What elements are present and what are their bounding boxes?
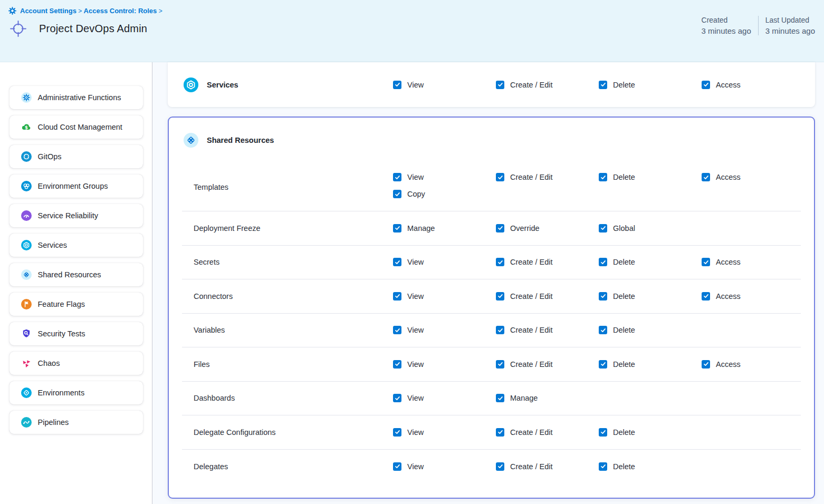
- row-label: Secrets: [182, 258, 393, 266]
- permission-delete[interactable]: Delete: [599, 292, 635, 301]
- permission-cell: View: [393, 360, 496, 369]
- sidebar-item-services[interactable]: Services: [9, 234, 143, 257]
- permission-cell: View: [393, 462, 496, 471]
- permission-view[interactable]: View: [393, 326, 424, 334]
- sidebar-item-environment-groups[interactable]: Environment Groups: [9, 175, 143, 198]
- permission-access[interactable]: Access: [702, 258, 741, 266]
- permission-manage[interactable]: Manage: [393, 224, 435, 232]
- resource-group-sidebar: Administrative Functions$Cloud Cost Mana…: [0, 62, 152, 504]
- permission-cell: Create / Edit: [496, 163, 599, 181]
- permission-manage[interactable]: Manage: [496, 394, 538, 402]
- permission-row-files: FilesViewCreate / EditDeleteAccess: [182, 347, 801, 382]
- permission-label: Create / Edit: [510, 173, 553, 181]
- permission-create-edit[interactable]: Create / Edit: [496, 428, 553, 437]
- permission-cell: Access: [702, 163, 801, 181]
- gitops-icon: [21, 151, 32, 162]
- permission-view[interactable]: View: [393, 428, 424, 437]
- sidebar-item-label: Environments: [38, 389, 85, 397]
- sidebar-item-chaos[interactable]: Chaos: [9, 352, 143, 375]
- permission-cell: View: [393, 326, 496, 334]
- permission-create-edit[interactable]: Create / Edit: [496, 292, 553, 301]
- permission-cell: View: [393, 292, 496, 301]
- sidebar-item-security-tests[interactable]: Security Tests: [9, 322, 143, 345]
- permission-access[interactable]: Access: [702, 292, 741, 301]
- permission-cell: Create / Edit: [496, 428, 599, 437]
- permission-delete[interactable]: Delete: [599, 428, 635, 437]
- checkbox-checked-icon: [393, 462, 401, 471]
- permission-delete[interactable]: Delete: [599, 173, 635, 181]
- permission-delete[interactable]: Delete: [599, 326, 635, 334]
- row-label: Templates: [182, 183, 393, 191]
- permission-label: Delete: [613, 428, 635, 437]
- sidebar-item-label: Chaos: [38, 359, 60, 367]
- permission-view[interactable]: View: [393, 173, 424, 181]
- permission-create-edit[interactable]: Create / Edit: [496, 326, 553, 334]
- permission-cell: ViewCopy: [393, 163, 496, 198]
- permission-label: Global: [613, 224, 635, 232]
- created-value: 3 minutes ago: [702, 26, 751, 35]
- permission-delete[interactable]: Delete: [599, 258, 635, 266]
- permission-label: View: [407, 258, 424, 266]
- permission-view[interactable]: View: [393, 81, 424, 89]
- sidebar-item-pipelines[interactable]: Pipelines: [9, 411, 143, 434]
- permission-cell: Create / Edit: [496, 258, 599, 266]
- sidebar-item-shared-resources[interactable]: Shared Resources: [9, 263, 143, 286]
- permission-cell: Create / Edit: [496, 292, 599, 301]
- svg-text:$: $: [25, 125, 28, 130]
- checkbox-checked-icon: [393, 394, 401, 402]
- permission-view[interactable]: View: [393, 462, 424, 471]
- permission-create-edit[interactable]: Create / Edit: [496, 81, 553, 89]
- permission-cell: Access: [702, 258, 801, 266]
- row-label: Deployment Freeze: [182, 224, 393, 232]
- permission-create-edit[interactable]: Create / Edit: [496, 360, 553, 369]
- last-updated-value: 3 minutes ago: [765, 26, 815, 35]
- sidebar-item-administrative-functions[interactable]: Administrative Functions: [9, 86, 143, 109]
- checkbox-checked-icon: [702, 81, 710, 89]
- shared-resources-title: Shared Resources: [207, 136, 274, 144]
- breadcrumb-link-account-settings[interactable]: Account Settings: [20, 7, 76, 15]
- permission-label: Create / Edit: [510, 81, 553, 89]
- breadcrumb-link-access-control-roles[interactable]: Access Control: Roles: [84, 7, 157, 15]
- shared-resources-icon: [184, 133, 198, 148]
- checkbox-checked-icon: [702, 360, 710, 369]
- permission-label: Create / Edit: [510, 326, 553, 334]
- permission-view[interactable]: View: [393, 394, 424, 402]
- permission-label: View: [407, 81, 424, 89]
- permission-view[interactable]: View: [393, 258, 424, 266]
- permission-access[interactable]: Access: [702, 173, 741, 181]
- sidebar-item-label: Services: [38, 241, 68, 249]
- permission-delete[interactable]: Delete: [599, 81, 635, 89]
- permission-copy[interactable]: Copy: [393, 190, 425, 198]
- permission-label: Create / Edit: [510, 462, 553, 471]
- sidebar-item-feature-flags[interactable]: Feature Flags: [9, 293, 143, 316]
- permission-view[interactable]: View: [393, 292, 424, 301]
- checkbox-checked-icon: [599, 173, 607, 181]
- checkbox-checked-icon: [496, 258, 504, 266]
- sidebar-item-gitops[interactable]: GitOps: [9, 145, 143, 168]
- permission-create-edit[interactable]: Create / Edit: [496, 173, 553, 181]
- settings-gear-icon: [8, 7, 16, 15]
- permission-global[interactable]: Global: [599, 224, 635, 232]
- permission-create-edit[interactable]: Create / Edit: [496, 462, 553, 471]
- checkbox-checked-icon: [393, 258, 401, 266]
- sidebar-item-service-reliability[interactable]: Service Reliability: [9, 204, 143, 227]
- permission-cell: Delete: [599, 360, 702, 369]
- permission-delete[interactable]: Delete: [599, 462, 635, 471]
- permission-create-edit[interactable]: Create / Edit: [496, 258, 553, 266]
- checkbox-checked-icon: [702, 258, 710, 266]
- permission-override[interactable]: Override: [496, 224, 540, 232]
- row-label: Files: [182, 360, 393, 369]
- shared-resources-header: Shared Resources: [169, 118, 814, 163]
- permission-access[interactable]: Access: [702, 81, 741, 89]
- sidebar-item-cloud-cost-management[interactable]: $Cloud Cost Management: [9, 115, 143, 139]
- created-label: Created: [702, 16, 751, 24]
- permission-delete[interactable]: Delete: [599, 360, 635, 369]
- permission-view[interactable]: View: [393, 360, 424, 369]
- services-icon: [184, 77, 198, 92]
- permission-label: Delete: [613, 462, 635, 471]
- permission-access[interactable]: Access: [702, 360, 741, 369]
- feature-flags-icon: [21, 299, 32, 309]
- breadcrumb-separator: >: [76, 7, 84, 15]
- checkbox-checked-icon: [599, 326, 607, 334]
- sidebar-item-environments[interactable]: Environments: [9, 381, 143, 404]
